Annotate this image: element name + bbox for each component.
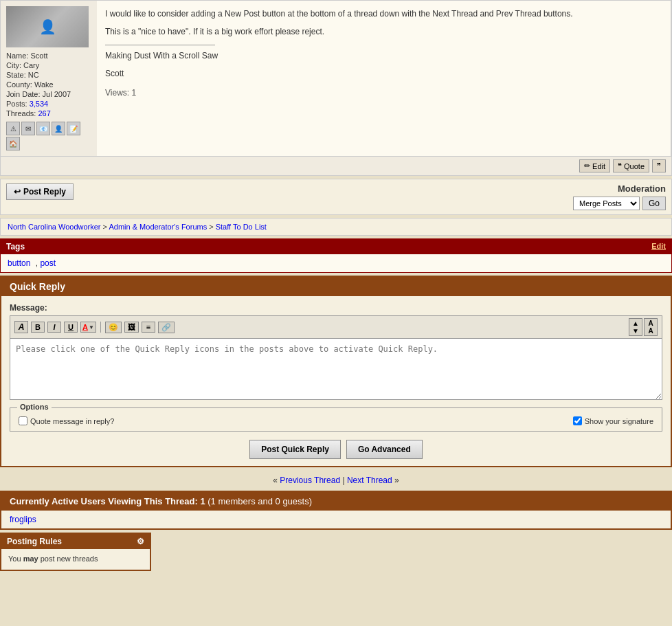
tags-header: Tags Edit [1,239,671,254]
avatar-image: 👤 [6,6,89,47]
post-content: I would like to consider adding a New Po… [97,1,671,156]
posting-rule-may: You may post new threads [8,555,98,563]
nav-prev-marker: « [273,476,280,485]
editor-toolbar: A B I U A ▼ 😊 🖼 ≡ 🔗 ▲▼ AA [10,315,662,338]
moderation-go-button[interactable]: Go [642,197,666,210]
toolbar-font-btn[interactable]: A [14,321,28,333]
submit-row: Post Quick Reply Go Advanced [10,440,662,459]
avatar: 👤 [6,6,89,47]
breadcrumb-link-ncw[interactable]: North Carolina Woodworker [8,223,101,231]
moderation-controls: Merge Posts Delete Post Approve Post Go [573,197,666,210]
blog-icon[interactable]: 📝 [67,122,80,135]
toolbar-italic-btn[interactable]: I [47,322,61,333]
toolbar-right: ▲▼ AA [629,318,658,336]
options-box: Options Quote message in reply? Show you… [10,407,662,432]
post-line2: This is a "nice to have". If it is a big… [105,25,662,38]
post-reply-icon: ↩ [14,187,21,197]
options-legend: Options [17,403,52,411]
quick-reply-section: Quick Reply Message: A B I U A ▼ 😊 🖼 ≡ 🔗… [0,276,672,467]
moderation-panel: Moderation Merge Posts Delete Post Appro… [573,183,666,210]
active-users-body: froglips [1,511,671,528]
user-name: Name: Scott [6,52,91,60]
posting-rules-header: Posting Rules ⚙ [1,534,150,549]
toolbar-font-size-btn[interactable]: AA [644,318,658,336]
user-posts-link[interactable]: 3,534 [30,100,49,108]
tags-body: button , post [1,254,671,272]
toolbar-underline-btn[interactable]: U [64,322,78,333]
pm-icon[interactable]: ✉ [21,122,35,135]
toolbar-expand-btn[interactable]: ▲▼ [629,318,642,336]
active-users-count: Currently Active Users Viewing This Thre… [10,496,205,506]
warn-icon[interactable]: ⚠ [6,122,20,135]
post-action-buttons: ✏ Edit ❝ Quote ❞ [1,157,671,175]
previous-thread-link[interactable]: Previous Thread [280,476,340,485]
navigation-row: « Previous Thread | Next Thread » [0,470,672,491]
breadcrumb-sep2: > [209,223,215,231]
moderation-select[interactable]: Merge Posts Delete Post Approve Post [573,197,640,210]
user-threads-link[interactable]: 267 [38,109,50,118]
quick-reply-header: Quick Reply [1,277,671,296]
user-join-date: Join Date: Jul 2007 [6,90,91,98]
edit-icon: ✏ [584,161,590,170]
toolbar-smilies-btn[interactable]: 😊 [105,322,122,333]
user-posts: Posts: 3,534 [6,100,91,108]
signature-option: Show your signature [573,416,653,425]
signature-user: Scott [105,67,662,80]
user-county: County: Wake [6,80,91,89]
active-users-members: (1 members and 0 guests) [208,496,312,506]
breadcrumb-link-admin[interactable]: Admin & Moderator's Forums [109,223,207,231]
quote-button[interactable]: ❝ Quote [613,159,649,172]
signature-label: Show your signature [585,417,653,425]
tags-title: Tags [6,242,25,251]
toolbar-color-btn[interactable]: A ▼ [80,322,96,333]
posting-rules-icon: ⚙ [137,537,144,546]
quote-option: Quote message in reply? [19,416,114,425]
edit-button[interactable]: ✏ Edit [579,159,610,172]
user-state: State: NC [6,71,91,79]
multiquote-button[interactable]: ❞ [652,159,666,172]
signature-name: Making Dust With a Scroll Saw [105,49,662,62]
tag-post[interactable]: post [40,258,56,268]
email-icon[interactable]: 📧 [36,122,50,135]
posting-rules-section: Posting Rules ⚙ You may post new threads [0,533,151,571]
quote-checkbox[interactable] [19,416,27,425]
active-users-section: Currently Active Users Viewing This Thre… [0,491,672,530]
post-reply-row: ↩ Post Reply Moderation Merge Posts Dele… [0,179,672,215]
quote-icon: ❝ [618,161,622,170]
post-views: Views: 1 [105,87,662,99]
posting-rules-body: You may post new threads [1,549,150,570]
breadcrumb-link-staff[interactable]: Staff To Do List [216,223,267,231]
active-user-link[interactable]: froglips [10,515,36,524]
message-textarea[interactable] [10,338,662,400]
options-row: Quote message in reply? Show your signat… [19,416,653,425]
toolbar-image-btn[interactable]: 🖼 [124,322,139,333]
post-reply-button[interactable]: ↩ Post Reply [6,183,74,200]
multiquote-icon: ❞ [657,161,661,170]
signature-divider [105,45,215,45]
home-icon[interactable]: 🏠 [6,137,20,150]
quote-label: Quote message in reply? [30,417,114,425]
post-quick-reply-button[interactable]: Post Quick Reply [249,440,341,459]
posting-rules-title: Posting Rules [7,537,62,546]
next-thread-link[interactable]: Next Thread [347,476,392,485]
post-container: 👤 Name: Scott City: Cary State: NC Count… [0,0,672,176]
breadcrumb: North Carolina Woodworker > Admin & Mode… [0,218,672,236]
color-dropdown-arrow: ▼ [89,324,94,331]
toolbar-list-btn[interactable]: ≡ [142,322,155,333]
active-users-header: Currently Active Users Viewing This Thre… [1,492,671,511]
user-threads: Threads: 267 [6,109,91,118]
toolbar-divider1 [100,322,101,333]
tags-edit-link[interactable]: Edit [651,242,666,251]
tags-section: Tags Edit button , post [0,238,672,273]
message-label: Message: [10,303,662,313]
user-panel: 👤 Name: Scott City: Cary State: NC Count… [1,1,97,156]
nav-next-marker: » [394,476,399,485]
go-advanced-button[interactable]: Go Advanced [346,440,423,459]
tag-button[interactable]: button [8,258,30,268]
toolbar-bold-btn[interactable]: B [31,322,45,333]
profile-icon[interactable]: 👤 [52,122,65,135]
post-line1: I would like to consider adding a New Po… [105,8,662,20]
user-action-icons: ⚠ ✉ 📧 👤 📝 🏠 [6,122,91,150]
signature-checkbox[interactable] [573,416,582,425]
toolbar-misc-btn[interactable]: 🔗 [158,322,175,333]
